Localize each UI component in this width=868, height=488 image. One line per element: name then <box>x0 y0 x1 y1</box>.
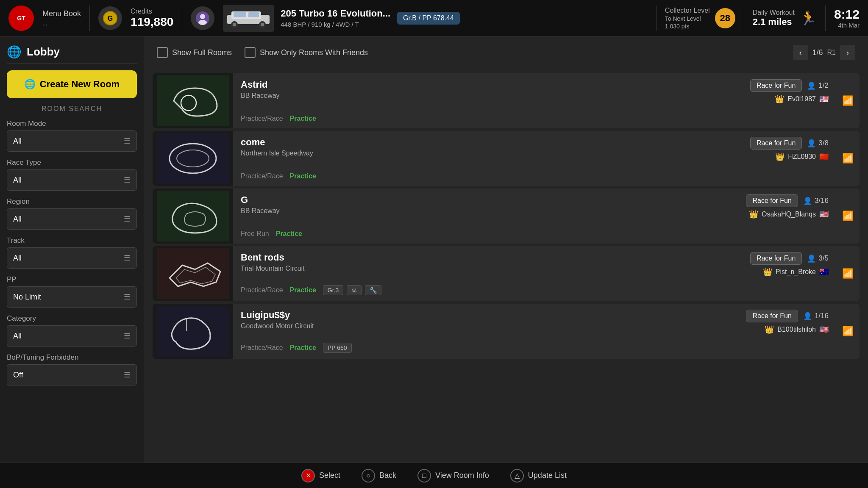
menu-book[interactable]: Menu Book ... <box>42 9 81 27</box>
room-type-2: Race for Fun <box>746 194 798 207</box>
next-page-button[interactable]: › <box>840 45 855 60</box>
select-button[interactable]: ✕ Select <box>301 469 340 482</box>
room-thumb-0 <box>153 73 233 128</box>
room-item-3[interactable]: Bent rods Trial Mountain Circuit Race fo… <box>153 246 860 301</box>
room-info-3: Bent rods Trial Mountain Circuit Race fo… <box>233 246 836 301</box>
room-item-4[interactable]: Luigipu$$y Goodwood Motor Circuit Race f… <box>153 304 860 359</box>
view-room-button[interactable]: □ View Room Info <box>417 469 489 482</box>
flag-0: 🇺🇸 <box>819 94 829 104</box>
room-item-0[interactable]: Astrid BB Raceway Race for Fun 👤 1/2 <box>153 73 860 128</box>
room-mode-3: Practice/Race <box>241 286 283 294</box>
time-display: 8:12 4th Mar <box>834 7 860 29</box>
host-name-3: Pist_n_Broke <box>776 268 816 276</box>
car-specs: 448 BHP / 910 kg / 4WD / T <box>281 21 390 28</box>
content-area: Show Full Rooms Show Only Rooms With Fri… <box>144 36 868 463</box>
filter-track-label: Track <box>7 236 137 245</box>
host-name-4: B100tilshiloh <box>777 326 816 333</box>
svg-point-10 <box>261 23 264 26</box>
menu-label: Menu Book <box>42 9 81 18</box>
flag-2: 🇺🇸 <box>819 210 829 219</box>
filter-room-mode-icon: ☰ <box>124 136 131 146</box>
create-room-button[interactable]: 🌐 Create New Room <box>7 70 137 98</box>
svg-rect-13 <box>157 75 229 126</box>
filter-bop-label: BoP/Tuning Forbidden <box>7 353 137 362</box>
show-full-rooms-checkbox[interactable]: Show Full Rooms <box>157 47 232 58</box>
flag-3: 🇦🇺 <box>819 267 829 277</box>
filter-race-type-select[interactable]: All ☰ <box>7 169 137 191</box>
update-list-button[interactable]: △ Update List <box>510 469 567 482</box>
filter-category-select[interactable]: All ☰ <box>7 325 137 347</box>
room-status-0: Practice <box>290 115 316 122</box>
main-layout: 🌐 Lobby 🌐 Create New Room ROOM SEARCH Ro… <box>0 36 868 463</box>
filter-room-mode-select[interactable]: All ☰ <box>7 130 137 152</box>
room-signal-2: 📶 <box>836 189 860 244</box>
room-thumb-3 <box>153 246 233 301</box>
lobby-title: Lobby <box>27 45 60 58</box>
svg-rect-15 <box>157 133 229 184</box>
room-players-3: 👤 3/5 <box>807 254 829 263</box>
room-info-0: Astrid BB Raceway Race for Fun 👤 1/2 <box>233 73 836 128</box>
filter-track: Track All ☰ <box>7 236 137 269</box>
divider-5 <box>825 6 826 31</box>
room-host-1: 👑 HZL0830 🇨🇳 <box>775 152 829 161</box>
host-name-1: HZL0830 <box>788 153 816 161</box>
content-header: Show Full Rooms Show Only Rooms With Fri… <box>144 36 868 69</box>
filter-pp-icon: ☰ <box>124 292 131 302</box>
room-mode-0: Practice/Race <box>241 115 283 122</box>
filter-pp-select[interactable]: No Limit ☰ <box>7 286 137 308</box>
workout-label: Daily Workout <box>753 9 795 17</box>
filter-region-select[interactable]: All ☰ <box>7 208 137 230</box>
room-type-0: Race for Fun <box>750 79 802 92</box>
room-tags-4: PP 660 <box>323 343 352 353</box>
room-host-3: 👑 Pist_n_Broke 🇦🇺 <box>763 267 829 277</box>
filter-bop-select[interactable]: Off ☰ <box>7 364 137 385</box>
pagination: ‹ 1/6 R1 › <box>793 45 855 60</box>
clock-time: 8:12 <box>834 7 860 22</box>
filter-room-mode-label: Room Mode <box>7 119 137 128</box>
person-icon-3: 👤 <box>807 254 816 263</box>
svg-text:G: G <box>108 15 113 22</box>
filter-bop-icon: ☰ <box>124 370 131 380</box>
filter-track-select[interactable]: All ☰ <box>7 247 137 269</box>
room-item-2[interactable]: G BB Raceway Race for Fun 👤 3/16 <box>153 189 860 244</box>
room-name-4: Luigipu$$y <box>241 310 314 321</box>
filter-track-value: All <box>13 254 22 263</box>
signal-icon-4: 📶 <box>842 326 854 337</box>
filter-track-icon: ☰ <box>124 253 131 263</box>
svg-rect-18 <box>157 191 229 241</box>
filter-pp: PP No Limit ☰ <box>7 275 137 308</box>
room-status-3: Practice <box>290 286 316 294</box>
room-host-4: 👑 B100tilshiloh 🇺🇸 <box>765 325 829 334</box>
room-host-0: 👑 Ev0l1987 🇺🇸 <box>775 94 829 104</box>
flag-1: 🇨🇳 <box>819 152 829 161</box>
filter-category-label: Category <box>7 314 137 323</box>
create-room-label: Create New Room <box>40 79 120 90</box>
triangle-icon: △ <box>510 469 524 482</box>
room-list: Astrid BB Raceway Race for Fun 👤 1/2 <box>144 69 868 463</box>
show-friends-checkbox[interactable]: Show Only Rooms With Friends <box>245 47 368 58</box>
topbar: GT Menu Book ... G Credits 119,880 <box>0 0 868 36</box>
page-r-label: R1 <box>827 49 836 56</box>
filter-pp-value: No Limit <box>13 293 41 302</box>
collector-next: To Next Level <box>665 15 701 22</box>
room-type-3: Race for Fun <box>750 252 802 265</box>
lobby-header: 🌐 Lobby <box>7 45 137 64</box>
update-label: Update List <box>528 471 567 480</box>
prev-page-button[interactable]: ‹ <box>793 45 808 60</box>
room-name-3: Bent rods <box>241 252 305 263</box>
room-signal-3: 📶 <box>836 246 860 301</box>
svg-point-8 <box>233 23 236 26</box>
svg-rect-11 <box>234 12 246 17</box>
back-button[interactable]: ○ Back <box>362 469 396 482</box>
room-players-1: 👤 3/8 <box>807 139 829 148</box>
flag-4: 🇺🇸 <box>819 325 829 334</box>
filter-race-type-label: Race Type <box>7 158 137 167</box>
profile-icon[interactable] <box>191 6 214 30</box>
room-info-4: Luigipu$$y Goodwood Motor Circuit Race f… <box>233 304 836 359</box>
collector-label: Collector Level <box>665 7 710 14</box>
room-mode-4: Practice/Race <box>241 344 283 352</box>
room-track-2: BB Raceway <box>241 207 280 215</box>
room-item-1[interactable]: come Northern Isle Speedway Race for Fun… <box>153 131 860 186</box>
tag-pp660: PP 660 <box>323 343 352 353</box>
room-signal-1: 📶 <box>836 131 860 186</box>
